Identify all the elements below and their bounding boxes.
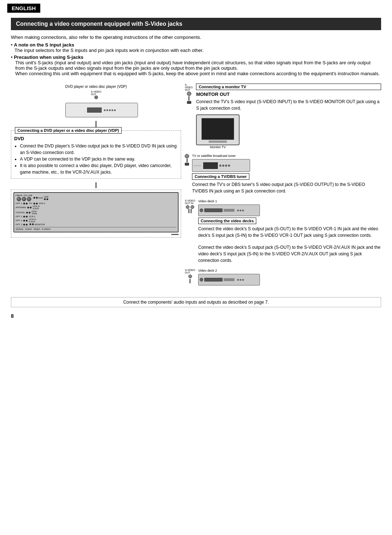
- receiver-bot-row: OPT. 3 MONITOR: [16, 223, 176, 226]
- receiver-body: FM(AX, TCL) AM DVD: [13, 192, 179, 232]
- monitor-tv-section: S-VIDEOOUT Connecting a monitor TV MONIT…: [185, 84, 381, 149]
- page-container: Connecting a video component equipped wi…: [0, 18, 392, 330]
- jack4: [46, 198, 48, 200]
- knob3: [27, 197, 31, 201]
- video-deck1-row: S-VIDEOOUT IN Video deck 1: [185, 199, 381, 264]
- jack-row3: [23, 203, 28, 204]
- deck1-plugs: [186, 205, 194, 209]
- receiver-jack-group2: VDP: [44, 196, 48, 200]
- monitor-tv-drawing-row: Monitor TV: [196, 114, 381, 149]
- deck2-connectors: S-VIDEOOUT: [185, 269, 195, 283]
- jack1: [33, 197, 35, 199]
- video-decks-text1: Connect the video deck's S output jack (…: [198, 226, 381, 239]
- deck1-slot: [204, 208, 222, 212]
- tuner-btn2: [222, 165, 224, 167]
- dvd-btn2: [106, 109, 108, 111]
- video-label: VIDEO: [33, 228, 40, 230]
- page-title: Connecting a video component equipped wi…: [11, 18, 381, 30]
- tv-dbs-section: TV or satellite broadcast tuner ○ ○ ○ ○: [185, 154, 381, 194]
- deck1-content: Video deck 1: [198, 199, 381, 264]
- note2-text1: This unit's S-jacks (input and output) a…: [15, 60, 381, 71]
- jack6: [26, 203, 28, 204]
- dvd-device: S-VIDEOOUT: [54, 90, 138, 119]
- antenna-label: ANTENNA: [16, 206, 26, 208]
- svideo-out-label: S-VIDEOOUT: [91, 90, 101, 96]
- svideo-out-monitor: S-VIDEOOUT: [185, 84, 193, 96]
- jack8: [36, 203, 38, 204]
- deck1-label: Video deck 1: [198, 199, 381, 203]
- svideo-label: S-VIDEO: [42, 228, 51, 230]
- monitor-row: S-VIDEOOUT Connecting a monitor TV MONIT…: [185, 84, 381, 149]
- jack12: [29, 212, 30, 214]
- tuner-btns: [219, 165, 230, 167]
- monitor-device-col: Connecting a monitor TV MONITOR OUT Conn…: [196, 84, 381, 149]
- deck1-plug1: [186, 205, 189, 209]
- bottom-note: Connect the components' audio inputs and…: [11, 297, 381, 307]
- note2-text2: When connecting this unit with equipment…: [15, 71, 381, 76]
- opt-label: OPT. 1: [16, 202, 22, 204]
- deck2-wire: [189, 279, 191, 283]
- knob2: [22, 197, 26, 201]
- plug-body-m: [187, 101, 191, 104]
- deck2-label: Video deck 2: [198, 269, 381, 272]
- svideo-connector-left: S-VIDEOOUT: [91, 90, 101, 99]
- dvd-btn4: [111, 109, 113, 111]
- note1-label: A note on the S input jacks: [14, 42, 74, 48]
- wire-h-right: [171, 234, 179, 235]
- wire-down-t: [187, 159, 188, 162]
- svideo-plug-t: [185, 154, 189, 158]
- bullet-icon2: •: [11, 54, 14, 60]
- receiver-coax-row: COAXIAL CDV/TAPE: [16, 210, 176, 215]
- page-number: 8: [11, 313, 381, 319]
- receiver-outer-box: FM(AX, TCL) AM DVD: [11, 190, 181, 238]
- vcr2b-label: VCR-2/V.AUX: [29, 218, 36, 223]
- tv-dbs-connectors: [185, 154, 189, 166]
- jack17: [23, 224, 25, 226]
- jack19: [29, 223, 31, 225]
- deck2-draw: [198, 274, 381, 285]
- deck1-plug2: [191, 205, 194, 209]
- tuner-text: ○ ○ ○ ○: [193, 165, 201, 167]
- deck2-btn1: [237, 279, 239, 281]
- deck2-btn2: [240, 279, 241, 281]
- deck1-draw: [198, 204, 381, 216]
- dvd-subtitle: DVD: [14, 136, 178, 141]
- svideo-out-connectors: S-VIDEOOUT: [91, 90, 101, 99]
- left-column: DVD player or video disc player (VDP) S-…: [11, 84, 181, 292]
- deck1-wire2: [191, 209, 192, 213]
- note2-label: Precaution when using S-jacks: [14, 54, 83, 60]
- monitor-out-label: MONITOR OUT: [196, 92, 381, 97]
- jack11: [26, 212, 28, 214]
- monitor-out-text: Connect the TV's S video input (S-VIDEO …: [196, 98, 381, 112]
- receiver-mid-row: OPT. 1 TV/ VCR-1: [16, 202, 176, 204]
- tuner-display: [203, 162, 218, 169]
- receiver-top-row: FM(AX, TCL) AM DVD: [16, 194, 176, 201]
- jack3: [44, 198, 46, 200]
- dvd-bullet2: A VDP can be connected to the VDP jacks …: [20, 156, 178, 162]
- deck1-btn1: [237, 210, 239, 211]
- knob-row1: [17, 197, 31, 201]
- vdp-label: VDP: [44, 196, 48, 198]
- tuner-draw: ○ ○ ○ ○: [192, 159, 381, 172]
- video-deck2-row: S-VIDEOOUT Video deck 2: [185, 269, 381, 287]
- tv-dbs-device-label: TV or satellite broadcast tuner: [192, 154, 381, 158]
- audio-label: AUDIO: [25, 228, 32, 230]
- jack5: [23, 203, 25, 204]
- deck1-connectors: S-VIDEOOUT IN: [185, 199, 195, 213]
- dvd-player-body: [65, 103, 138, 117]
- jack-row5: [27, 207, 32, 208]
- deck2-slot: [204, 278, 222, 281]
- deck1-counter: [224, 209, 234, 212]
- dvd-buttons: [104, 109, 116, 111]
- svideo-out-label-d2: S-VIDEOOUT: [185, 269, 195, 274]
- tv-label: TV/: [29, 202, 32, 204]
- jack16: [26, 220, 28, 222]
- bottom-labels: SIGNAL AUDIO VIDEO S-VIDEO: [16, 227, 176, 230]
- monitor-label-sm: MONITOR: [34, 223, 45, 226]
- receiver-knob-group1: FM(AX, TCL) AM: [16, 194, 32, 201]
- jack-row1: DVD: [33, 197, 43, 199]
- deck2-btn3: [242, 279, 244, 281]
- jack-row4: [33, 203, 38, 204]
- deck2-plug: [188, 275, 192, 278]
- svideo-plug-m: [187, 92, 191, 96]
